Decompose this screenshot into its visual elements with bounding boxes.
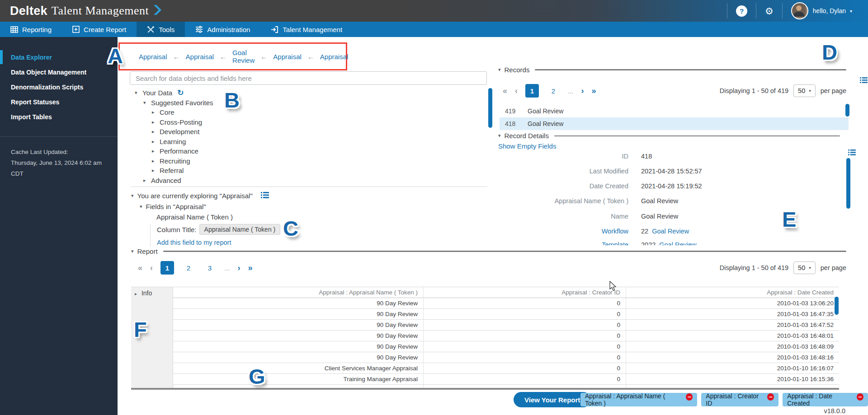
table-row[interactable]: Training Manager Appraisal02010-01-10 16… xyxy=(173,374,839,385)
next-page-icon[interactable]: › xyxy=(238,263,241,273)
page-number[interactable]: 3 xyxy=(203,261,217,275)
user-menu[interactable]: hello, Dylan ▾ xyxy=(782,3,861,19)
caret-right-icon[interactable]: ▸ xyxy=(152,109,160,115)
tab-label: Create Report xyxy=(84,26,126,33)
sidebar-item-import-tables[interactable]: Import Tables xyxy=(0,109,118,124)
tree-item-your-data[interactable]: ▾ Your Data ↻ xyxy=(131,88,466,98)
add-field-link[interactable]: Add this field to my report xyxy=(157,239,231,246)
caret-right-icon[interactable]: ▸ xyxy=(135,291,137,296)
tab-tools[interactable]: Tools xyxy=(137,22,185,37)
tab-create-report[interactable]: Create Report xyxy=(62,22,137,37)
greeting-label[interactable]: hello, Dylan xyxy=(813,7,846,14)
caret-right-icon[interactable]: ▸ xyxy=(152,148,160,154)
column-header-date-created[interactable]: Appraisal : Date Created xyxy=(626,287,839,298)
page-number[interactable]: 1 xyxy=(160,261,174,275)
column-title-input[interactable]: Appraisal Name ( Token ) xyxy=(199,224,281,235)
records-list-icon[interactable] xyxy=(860,77,868,85)
breadcrumb-link[interactable]: Appraisal xyxy=(139,53,167,61)
caret-down-icon[interactable]: ▾ xyxy=(143,100,151,106)
table-row[interactable]: Client Services Manager Appraisal02010-0… xyxy=(173,363,839,374)
caret-down-icon[interactable]: ▾ xyxy=(135,90,142,96)
record-details-scrollbar[interactable] xyxy=(846,158,850,209)
list-icon[interactable] xyxy=(261,192,269,200)
per-page-select[interactable]: 50 ▾ xyxy=(793,261,816,274)
per-page-select[interactable]: 50 ▾ xyxy=(793,84,816,97)
column-header-creator-id[interactable]: Appraisal : Creator ID xyxy=(424,287,626,298)
table-scrollbar[interactable] xyxy=(835,297,839,315)
next-page-icon[interactable]: › xyxy=(581,86,584,96)
caret-right-icon[interactable]: ▸ xyxy=(152,158,160,164)
caret-down-icon[interactable]: ▾ xyxy=(498,133,501,139)
settings-gear-icon[interactable]: ⚙ xyxy=(765,6,774,16)
refresh-icon[interactable]: ↻ xyxy=(177,88,184,98)
tree-item-referral[interactable]: ▸ Referral xyxy=(131,166,466,176)
table-row[interactable]: 90 Day Review02010-01-03 13:06:20 xyxy=(173,298,839,309)
remove-field-icon[interactable]: − xyxy=(686,393,693,401)
tree-item-development[interactable]: ▸ Development xyxy=(131,127,466,137)
prev-page-icon[interactable]: ‹ xyxy=(515,86,518,96)
breadcrumb-link[interactable]: Appraisal xyxy=(186,53,214,61)
prev-page-icon[interactable]: ‹ xyxy=(150,263,153,273)
first-page-icon[interactable]: « xyxy=(138,263,142,273)
sidebar-item-data-object-management[interactable]: Data Object Management xyxy=(0,65,118,79)
caret-down-icon[interactable]: ▾ xyxy=(140,204,142,210)
breadcrumb-link[interactable]: Appraisal xyxy=(273,53,302,61)
explorer-scrollbar[interactable] xyxy=(488,88,492,128)
remove-field-icon[interactable]: − xyxy=(857,393,863,401)
brand-deltek: Deltek xyxy=(10,4,47,18)
tab-talent-management[interactable]: Talent Management xyxy=(260,22,353,37)
caret-right-icon[interactable]: ▸ xyxy=(152,168,160,173)
tab-administration[interactable]: Administration xyxy=(185,22,260,37)
first-page-icon[interactable]: « xyxy=(503,86,507,96)
caret-down-icon[interactable]: ▾ xyxy=(131,193,134,199)
sidebar-item-denormalization-scripts[interactable]: Denormalization Scripts xyxy=(0,79,118,94)
caret-right-icon[interactable]: ▸ xyxy=(152,119,160,125)
table-row[interactable]: 90 Day Review02010-01-03 16:48:16 xyxy=(173,352,839,363)
show-empty-fields-link[interactable]: Show Empty Fields xyxy=(498,142,556,150)
search-input[interactable] xyxy=(130,71,487,85)
page-number[interactable]: 2 xyxy=(547,84,560,98)
tab-reporting[interactable]: Reporting xyxy=(0,22,62,37)
breadcrumb-link[interactable]: Goal Review xyxy=(232,49,255,64)
tree-item-learning[interactable]: ▸ Learning xyxy=(131,137,466,147)
page-number[interactable]: 2 xyxy=(182,261,195,275)
caret-down-icon[interactable]: ▾ xyxy=(131,248,134,254)
remove-field-icon[interactable]: − xyxy=(767,393,774,401)
caret-right-icon[interactable]: ▸ xyxy=(152,139,160,145)
field-chip-appraisal-name[interactable]: Appraisal : Appraisal Name ( Token ) − xyxy=(580,393,697,406)
help-icon[interactable]: ? xyxy=(736,5,747,17)
avatar[interactable] xyxy=(791,2,808,19)
tree-item-advanced[interactable]: ▸ Advanced xyxy=(131,176,466,186)
table-row[interactable]: 90 Day Review02010-01-03 16:47:35 xyxy=(173,309,839,320)
table-row[interactable]: 90 Day Review02010-01-03 16:47:52 xyxy=(173,320,839,331)
workflow-link[interactable]: Workflow xyxy=(498,228,628,235)
record-row-selected[interactable]: 418 Goal Review xyxy=(500,117,849,130)
tree-item-core[interactable]: ▸ Core xyxy=(131,107,466,117)
fields-in-header[interactable]: ▾ Fields in "Appraisal" xyxy=(140,203,206,210)
field-chip-date-created[interactable]: Appraisal : Date Created − xyxy=(783,393,868,406)
field-name-item[interactable]: Appraisal Name ( Token ) xyxy=(156,213,233,221)
record-details-list-icon[interactable] xyxy=(848,149,856,157)
tree-item-performance[interactable]: ▸ Performance xyxy=(131,146,466,156)
breadcrumb-link[interactable]: Appraisal xyxy=(320,53,349,61)
tree-item-suggested-favorites[interactable]: ▾ Suggested Favorites xyxy=(131,98,466,108)
caret-right-icon[interactable]: ▸ xyxy=(152,129,160,135)
chevron-down-icon[interactable]: ▾ xyxy=(850,9,852,14)
workflow-value-link[interactable]: Goal Review xyxy=(652,228,689,235)
tree-item-cross-posting[interactable]: ▸ Cross-Posting xyxy=(131,117,466,127)
caret-down-icon[interactable]: ▾ xyxy=(498,67,501,73)
record-row[interactable]: 419 Goal Review xyxy=(500,105,849,117)
last-page-icon[interactable]: » xyxy=(248,263,253,273)
view-report-button[interactable]: View Your Report xyxy=(514,392,591,407)
table-row[interactable]: 90 Day Review02010-01-03 16:48:09 xyxy=(173,341,839,352)
records-scrollbar[interactable] xyxy=(845,104,849,117)
tree-item-recruiting[interactable]: ▸ Recruiting xyxy=(131,156,466,166)
table-row[interactable]: 90 Day Review02010-01-03 16:48:01 xyxy=(173,331,839,341)
sidebar-item-report-statuses[interactable]: Report Statuses xyxy=(0,94,118,109)
column-header-appraisal-name[interactable]: Appraisal : Appraisal Name ( Token ) xyxy=(173,287,424,298)
field-chip-creator-id[interactable]: Appraisal : Creator ID − xyxy=(701,393,778,406)
last-page-icon[interactable]: » xyxy=(592,86,596,96)
page-number[interactable]: 1 xyxy=(525,84,539,98)
caret-right-icon[interactable]: ▸ xyxy=(143,177,151,183)
sidebar-item-data-explorer[interactable]: Data Explorer xyxy=(0,50,118,65)
